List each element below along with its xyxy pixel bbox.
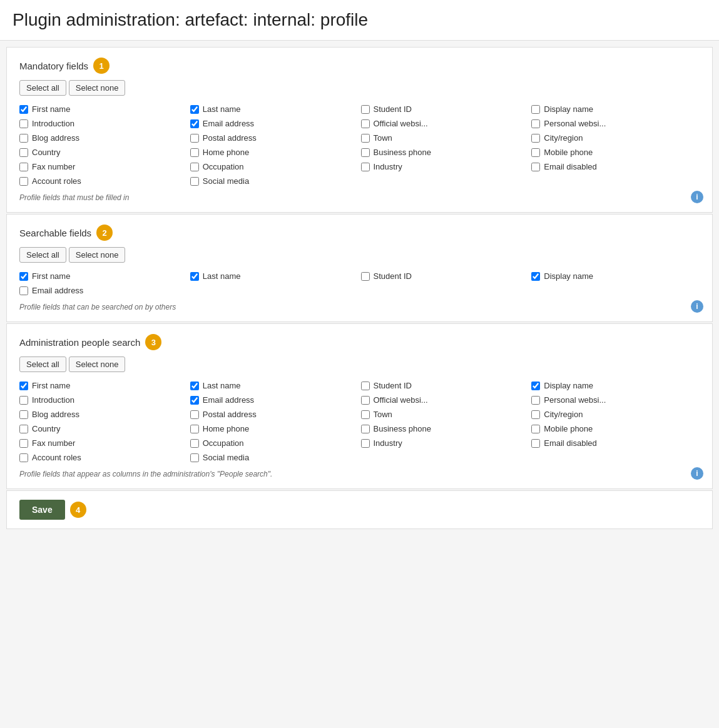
list-item: Display name [531,104,700,114]
aps_accountroles-checkbox[interactable] [19,453,28,462]
sf_displayname-checkbox[interactable] [531,272,540,281]
mf_accountroles-checkbox[interactable] [19,177,28,186]
sf_firstname-checkbox[interactable] [19,272,28,281]
mf_homephone-checkbox[interactable] [190,148,199,157]
admin-people-search-header: Administration people search 3 [19,334,700,350]
mf_socialmedia-checkbox[interactable] [190,177,199,186]
mf_personalwebsite-checkbox[interactable] [531,119,540,128]
mf_blogaddress-checkbox[interactable] [19,134,28,143]
aps_intro-label: Introduction [32,395,74,405]
admin-select-all-button[interactable]: Select all [19,356,66,372]
list-item: Home phone [190,148,359,157]
aps_emaildisabled-label: Email disabled [544,438,597,448]
list-item: Business phone [361,148,529,157]
aps_studentid-checkbox[interactable] [361,382,370,390]
aps_mobilephone-checkbox[interactable] [531,425,540,433]
mf_industry-checkbox[interactable] [361,163,370,171]
mf_firstname-checkbox[interactable] [19,105,28,114]
sf_email-label: Email address [32,286,83,295]
searchable-fields-info-icon[interactable]: i [691,300,703,313]
sf_studentid-checkbox[interactable] [361,272,370,281]
mandatory-select-none-button[interactable]: Select none [69,80,126,96]
admin-people-search-info-icon[interactable]: i [691,467,703,480]
searchable-fields-header: Searchable fields 2 [19,225,700,241]
list-item: Last name [190,104,359,114]
aps_homephone-label: Home phone [203,424,249,433]
sf_email-checkbox[interactable] [19,286,28,295]
aps_lastname-checkbox[interactable] [190,382,199,390]
list-item: Personal websi... [531,395,700,405]
list-item: Occupation [190,438,359,448]
mf_postaladdress-checkbox[interactable] [190,134,199,143]
mf_email-checkbox[interactable] [190,119,199,128]
list-item: Last name [190,381,359,390]
aps_firstname-label: First name [32,381,70,390]
aps_lastname-label: Last name [203,381,241,390]
aps_mobilephone-label: Mobile phone [544,424,593,433]
mf_intro-checkbox[interactable] [19,119,28,128]
mandatory-fields-grid: First nameLast nameStudent IDDisplay nam… [19,104,700,186]
mandatory-fields-hint: Profile fields that must be filled in [19,193,700,202]
mf_personalwebsite-label: Personal websi... [544,119,606,128]
aps_displayname-label: Display name [544,381,593,390]
list-item: Last name [190,271,359,281]
mf_faxnumber-checkbox[interactable] [19,163,28,171]
aps_homephone-checkbox[interactable] [190,425,199,433]
aps_officialwebsite-label: Official websi... [374,395,428,405]
searchable-select-none-button[interactable]: Select none [69,247,126,263]
mf_officialwebsite-checkbox[interactable] [361,119,370,128]
aps_occupation-checkbox[interactable] [190,439,199,448]
mf_town-checkbox[interactable] [361,134,370,143]
mf_mobilephone-checkbox[interactable] [531,148,540,157]
mf_accountroles-label: Account roles [32,176,81,186]
admin-people-search-btn-group: Select all Select none [19,356,700,372]
aps_businessphone-checkbox[interactable] [361,425,370,433]
mf_occupation-checkbox[interactable] [190,163,199,171]
aps_cityregion-checkbox[interactable] [531,410,540,419]
save-button[interactable]: Save [19,500,65,520]
sf_lastname-checkbox[interactable] [190,272,199,281]
aps_personalwebsite-checkbox[interactable] [531,396,540,405]
sf_firstname-label: First name [32,271,70,281]
list-item: Display name [531,271,700,281]
aps_email-checkbox[interactable] [190,396,199,405]
aps_officialwebsite-checkbox[interactable] [361,396,370,405]
mf_studentid-checkbox[interactable] [361,105,370,114]
aps_intro-checkbox[interactable] [19,396,28,405]
aps_accountroles-label: Account roles [32,453,81,462]
mf_cityregion-checkbox[interactable] [531,134,540,143]
searchable-select-all-button[interactable]: Select all [19,247,66,263]
aps_firstname-checkbox[interactable] [19,382,28,390]
mf_socialmedia-label: Social media [203,176,249,186]
sf_studentid-label: Student ID [374,271,412,281]
mf_lastname-checkbox[interactable] [190,105,199,114]
admin-select-none-button[interactable]: Select none [69,356,126,372]
list-item: City/region [531,133,700,143]
list-item: Business phone [361,424,529,433]
mf_email-label: Email address [203,119,254,128]
mf_emaildisabled-label: Email disabled [544,162,597,171]
mandatory-select-all-button[interactable]: Select all [19,80,66,96]
aps_displayname-checkbox[interactable] [531,382,540,390]
mf_businessphone-checkbox[interactable] [361,148,370,157]
sf_lastname-label: Last name [203,271,241,281]
list-item: First name [19,271,188,281]
aps_blogaddress-checkbox[interactable] [19,410,28,419]
aps_faxnumber-checkbox[interactable] [19,439,28,448]
aps_postaladdress-checkbox[interactable] [190,410,199,419]
mf_industry-label: Industry [374,162,402,171]
aps_socialmedia-label: Social media [203,453,249,462]
aps_emaildisabled-checkbox[interactable] [531,439,540,448]
mf_country-checkbox[interactable] [19,148,28,157]
aps_town-checkbox[interactable] [361,410,370,419]
list-item: Account roles [19,453,188,462]
mf_displayname-checkbox[interactable] [531,105,540,114]
aps_industry-checkbox[interactable] [361,439,370,448]
searchable-fields-hint: Profile fields that can be searched on b… [19,303,700,311]
mandatory-fields-info-icon[interactable]: i [691,191,703,203]
mf_emaildisabled-checkbox[interactable] [531,163,540,171]
aps_industry-label: Industry [374,438,402,448]
aps_country-checkbox[interactable] [19,425,28,433]
aps_socialmedia-checkbox[interactable] [190,453,199,462]
list-item: Student ID [361,271,529,281]
